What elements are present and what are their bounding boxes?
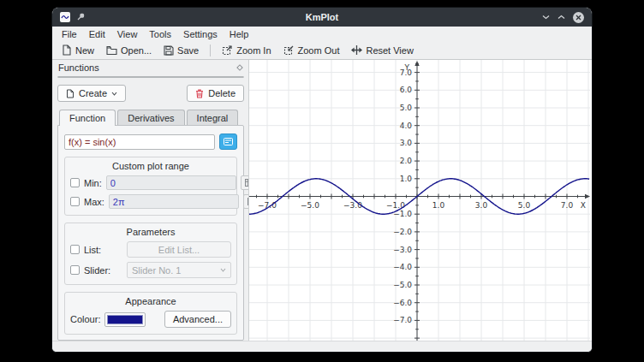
main-content: Functions f(x) = sin(x) — [52, 60, 592, 341]
equation-input[interactable] — [64, 134, 215, 150]
toolbar-label: Open... — [121, 45, 152, 56]
equation-editor-icon — [224, 138, 233, 145]
slider-label: Slider: — [84, 265, 116, 276]
new-document-icon — [62, 45, 72, 56]
svg-text:7.0: 7.0 — [561, 201, 574, 210]
svg-text:3.0: 3.0 — [400, 139, 413, 147]
menu-edit[interactable]: Edit — [83, 28, 111, 40]
max-checkbox[interactable] — [70, 197, 80, 206]
max-input — [109, 194, 239, 209]
menu-settings[interactable]: Settings — [177, 28, 224, 40]
colour-swatch-button[interactable] — [104, 312, 146, 327]
editor-tabs: Function Derivatives Integral — [57, 110, 244, 126]
custom-plot-range-group: Custom plot range Min: Max: — [64, 157, 237, 216]
tab-integral[interactable]: Integral — [187, 110, 239, 126]
min-label: Min: — [84, 178, 102, 188]
tab-derivatives[interactable]: Derivatives — [117, 110, 184, 126]
svg-text:1.0: 1.0 — [432, 201, 445, 210]
open-button[interactable]: Open... — [102, 44, 156, 57]
minimize-button[interactable] — [542, 15, 550, 20]
svg-text:4.0: 4.0 — [400, 122, 413, 130]
toolbar-label: Zoom In — [236, 45, 271, 56]
reset-view-button[interactable]: Reset View — [347, 43, 417, 57]
menu-file[interactable]: File — [56, 28, 83, 40]
toolbar-label: Reset View — [366, 45, 413, 56]
svg-text:−5.0: −5.0 — [301, 201, 319, 210]
svg-text:2.0: 2.0 — [400, 157, 413, 165]
window-title: KmPlot — [52, 12, 592, 22]
trash-icon — [195, 89, 204, 98]
plot-canvas[interactable]: −7.0−5.0−3.0−1.01.03.05.07.07.06.05.04.0… — [249, 60, 590, 341]
group-title: Parameters — [70, 227, 231, 237]
colour-label: Colour: — [70, 314, 100, 324]
function-list-item[interactable]: f(x) = sin(x) — [58, 77, 243, 78]
pin-icon[interactable] — [76, 13, 85, 21]
slider-checkbox[interactable] — [70, 265, 80, 275]
new-document-icon — [66, 89, 75, 98]
create-button[interactable]: Create — [57, 85, 126, 102]
advanced-button[interactable]: Advanced... — [164, 311, 231, 328]
list-checkbox[interactable] — [70, 245, 80, 254]
min-checkbox[interactable] — [70, 178, 80, 187]
svg-text:−7.0: −7.0 — [393, 316, 412, 324]
close-button[interactable] — [573, 12, 584, 23]
group-title: Custom plot range — [70, 161, 231, 171]
save-floppy-icon — [164, 45, 174, 56]
toolbar-label: Zoom Out — [298, 45, 340, 56]
svg-text:−3.0: −3.0 — [343, 201, 362, 210]
max-label: Max: — [84, 197, 104, 207]
statusbar — [52, 341, 592, 352]
kmplot-window: KmPlot File Edit View Tools Settings Hel… — [51, 7, 593, 353]
svg-text:−4.0: −4.0 — [393, 263, 412, 271]
svg-text:1.0: 1.0 — [400, 175, 413, 183]
float-dock-icon[interactable] — [236, 64, 243, 71]
titlebar[interactable]: KmPlot — [52, 8, 592, 27]
toolbar-label: Save — [177, 45, 199, 56]
plot-area: −7.0−5.0−3.0−1.01.03.05.07.07.06.05.04.0… — [248, 60, 592, 341]
slider-select-value: Slider No. 1 — [132, 265, 181, 276]
save-button[interactable]: Save — [159, 44, 203, 57]
svg-text:−3.0: −3.0 — [393, 246, 412, 254]
desktop: KmPlot File Edit View Tools Settings Hel… — [0, 0, 644, 362]
equation-editor-button[interactable] — [219, 134, 237, 150]
svg-text:−2.0: −2.0 — [393, 228, 412, 236]
toolbar: New Open... Save Zoom In Zoom Out Rese — [52, 41, 592, 60]
parameters-group: Parameters List: Edit List... Slider: — [64, 223, 237, 285]
functions-dock: Functions f(x) = sin(x) — [52, 60, 248, 341]
svg-text:−5.0: −5.0 — [393, 281, 412, 289]
svg-text:3.0: 3.0 — [475, 201, 488, 210]
chevron-down-icon — [111, 92, 117, 96]
svg-text:5.0: 5.0 — [400, 104, 413, 112]
create-label: Create — [79, 88, 107, 98]
function-tab-pane: Custom plot range Min: Max: — [57, 125, 244, 341]
menu-view[interactable]: View — [111, 28, 144, 40]
list-label: List: — [84, 245, 116, 255]
zoom-out-button[interactable]: Zoom Out — [279, 43, 344, 57]
dock-title: Functions — [58, 62, 99, 73]
colour-swatch-inner — [107, 315, 143, 324]
svg-text:Y: Y — [404, 63, 410, 72]
menu-help[interactable]: Help — [224, 28, 255, 40]
new-button[interactable]: New — [57, 43, 98, 57]
svg-text:−6.0: −6.0 — [393, 299, 412, 307]
menu-tools[interactable]: Tools — [143, 28, 177, 40]
toolbar-separator — [210, 45, 211, 56]
appearance-group: Appearance Colour: Advanced... — [64, 292, 237, 335]
maximize-button[interactable] — [558, 15, 565, 20]
zoom-out-icon — [283, 45, 295, 56]
tab-function[interactable]: Function — [59, 110, 116, 126]
list-actions: Create Delete — [57, 85, 244, 102]
edit-list-button: Edit List... — [127, 241, 231, 258]
reset-view-icon — [351, 45, 362, 56]
svg-text:5.0: 5.0 — [518, 201, 531, 210]
zoom-in-button[interactable]: Zoom In — [218, 43, 275, 57]
function-list: f(x) = sin(x) — [57, 76, 244, 78]
min-input — [106, 175, 236, 190]
menubar: File Edit View Tools Settings Help — [52, 27, 592, 41]
open-folder-icon — [106, 45, 117, 56]
group-title: Appearance — [70, 296, 231, 306]
svg-text:6.0: 6.0 — [400, 86, 413, 94]
zoom-in-icon — [222, 45, 233, 56]
delete-button[interactable]: Delete — [187, 85, 244, 102]
chevron-down-icon — [220, 268, 226, 272]
